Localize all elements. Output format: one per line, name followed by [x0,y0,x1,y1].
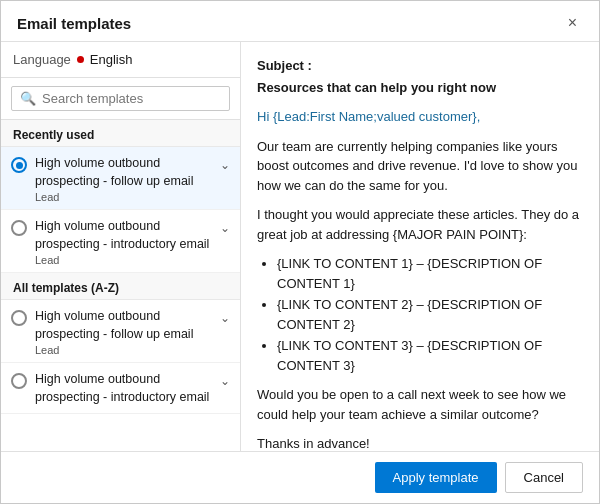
radio-selected [11,157,27,173]
subject-line: Subject : [257,56,583,76]
email-thanks: Thanks in advance! [257,434,583,451]
template-tag: Lead [35,191,212,203]
search-icon: 🔍 [20,91,36,106]
radio-empty [11,220,27,236]
right-panel: Subject : Resources that can help you ri… [241,42,599,451]
email-greeting: Hi {Lead:First Name;valued customer}, [257,107,583,127]
list-item[interactable]: High volume outbound prospecting - intro… [1,210,240,273]
search-box: 🔍 [11,86,230,111]
subject-value: Resources that can help you right now [257,78,583,98]
left-panel: Language English 🔍 Recently used [1,42,241,451]
content-link-1: {LINK TO CONTENT 1} – {DESCRIPTION OF CO… [277,254,583,293]
greeting-text: Hi {Lead:First Name;valued customer}, [257,109,480,124]
template-name: High volume outbound prospecting - follo… [35,308,212,343]
language-value: English [90,52,133,67]
dialog-body: Language English 🔍 Recently used [1,42,599,451]
language-row: Language English [1,42,240,78]
radio-empty [11,310,27,326]
list-item[interactable]: High volume outbound prospecting - follo… [1,147,240,210]
content-links-list: {LINK TO CONTENT 1} – {DESCRIPTION OF CO… [277,254,583,375]
template-tag: Lead [35,254,212,266]
email-para3: Would you be open to a call next week to… [257,385,583,424]
radio-empty [11,373,27,389]
email-para1: Our team are currently helping companies… [257,137,583,196]
template-name: High volume outbound prospecting - intro… [35,371,212,406]
search-row: 🔍 [1,78,240,120]
template-name: High volume outbound prospecting - intro… [35,218,212,253]
search-input[interactable] [42,91,221,106]
list-item[interactable]: High volume outbound prospecting - follo… [1,300,240,363]
apply-template-button[interactable]: Apply template [375,462,497,493]
template-info: High volume outbound prospecting - intro… [35,218,212,266]
dialog-footer: Apply template Cancel [1,451,599,503]
radio-inner [16,162,23,169]
dialog-header: Email templates × [1,1,599,42]
template-info: High volume outbound prospecting - intro… [35,371,212,407]
template-info: High volume outbound prospecting - follo… [35,155,212,203]
list-item[interactable]: High volume outbound prospecting - intro… [1,363,240,414]
cancel-button[interactable]: Cancel [505,462,583,493]
content-link-3: {LINK TO CONTENT 3} – {DESCRIPTION OF CO… [277,336,583,375]
chevron-down-icon: ⌄ [220,311,230,325]
template-tag: Lead [35,344,212,356]
email-templates-dialog: Email templates × Language English 🔍 R [0,0,600,504]
section-all-templates: All templates (A-Z) [1,273,240,300]
template-name: High volume outbound prospecting - follo… [35,155,212,190]
chevron-down-icon: ⌄ [220,374,230,388]
chevron-down-icon: ⌄ [220,221,230,235]
language-label: Language [13,52,71,67]
section-recently-used: Recently used [1,120,240,147]
language-dot [77,56,84,63]
templates-list: Recently used High volume outbound prosp… [1,120,240,451]
template-info: High volume outbound prospecting - follo… [35,308,212,356]
close-button[interactable]: × [562,13,583,33]
subject-label: Subject : [257,56,312,76]
chevron-down-icon: ⌄ [220,158,230,172]
content-link-2: {LINK TO CONTENT 2} – {DESCRIPTION OF CO… [277,295,583,334]
email-body: Hi {Lead:First Name;valued customer}, Ou… [257,107,583,451]
email-para2: I thought you would appreciate these art… [257,205,583,244]
dialog-title: Email templates [17,15,131,32]
